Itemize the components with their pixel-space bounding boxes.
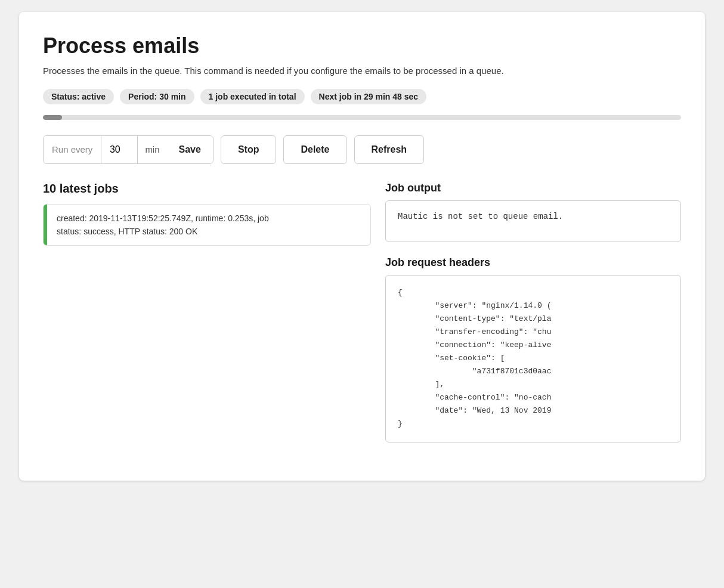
- stop-button[interactable]: Stop: [221, 135, 277, 164]
- controls-row: Run every min Save Stop Delete Refresh: [43, 135, 681, 164]
- page-description: Processes the emails in the queue. This …: [43, 64, 681, 78]
- badge-next-job: Next job in 29 min 48 sec: [311, 89, 427, 104]
- badge-jobs-total: 1 job executed in total: [200, 89, 305, 104]
- job-item[interactable]: created: 2019-11-13T19:52:25.749Z, runti…: [43, 204, 371, 246]
- job-line1: created: 2019-11-13T19:52:25.749Z, runti…: [57, 212, 269, 225]
- main-content: 10 latest jobs created: 2019-11-13T19:52…: [43, 182, 681, 457]
- run-every-label: Run every: [44, 136, 101, 163]
- badge-status: Status: active: [43, 89, 114, 104]
- badge-period: Period: 30 min: [120, 89, 194, 104]
- job-line2: status: success, HTTP status: 200 OK: [57, 225, 269, 238]
- delete-button[interactable]: Delete: [283, 135, 346, 164]
- badge-row: Status: active Period: 30 min 1 job exec…: [43, 89, 681, 104]
- refresh-button[interactable]: Refresh: [354, 135, 425, 164]
- page-title: Process emails: [43, 33, 681, 58]
- jobs-panel: 10 latest jobs created: 2019-11-13T19:52…: [43, 182, 371, 246]
- main-card: Process emails Processes the emails in t…: [19, 12, 705, 481]
- job-output-title: Job output: [385, 182, 681, 194]
- run-every-unit: min: [137, 136, 166, 163]
- job-item-content: created: 2019-11-13T19:52:25.749Z, runti…: [47, 205, 279, 246]
- progress-bar-container: [43, 115, 681, 120]
- job-headers-title: Job request headers: [385, 256, 681, 269]
- save-button[interactable]: Save: [167, 135, 213, 164]
- right-panel: Job output Mautic is not set to queue em…: [385, 182, 681, 457]
- jobs-title: 10 latest jobs: [43, 182, 371, 196]
- headers-section: Job request headers { "server": "nginx/1…: [385, 256, 681, 442]
- job-headers-box: { "server": "nginx/1.14.0 ( "content-typ…: [385, 275, 681, 442]
- run-every-group: Run every min Save: [43, 135, 214, 164]
- run-every-input[interactable]: [101, 136, 137, 163]
- job-output-box: Mautic is not set to queue email.: [385, 200, 681, 242]
- output-section: Job output Mautic is not set to queue em…: [385, 182, 681, 242]
- progress-bar-fill: [43, 115, 62, 120]
